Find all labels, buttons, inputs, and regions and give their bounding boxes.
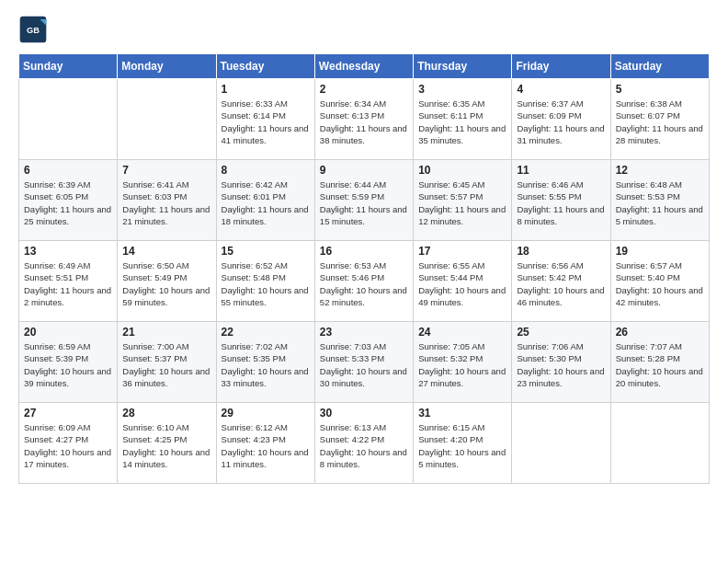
week-row-4: 20Sunrise: 6:59 AM Sunset: 5:39 PM Dayli… (19, 322, 710, 403)
day-cell: 4Sunrise: 6:37 AM Sunset: 6:09 PM Daylig… (512, 79, 610, 160)
day-number: 22 (222, 326, 310, 339)
col-header-friday: Friday (512, 54, 610, 79)
day-cell: 30Sunrise: 6:13 AM Sunset: 4:22 PM Dayli… (314, 403, 413, 484)
day-number: 11 (517, 164, 605, 177)
day-number: 18 (517, 245, 605, 258)
day-cell (19, 79, 118, 160)
col-header-saturday: Saturday (610, 54, 709, 79)
day-number: 4 (517, 83, 605, 96)
day-info: Sunrise: 6:45 AM Sunset: 5:57 PM Dayligh… (418, 178, 506, 227)
day-cell: 24Sunrise: 7:05 AM Sunset: 5:32 PM Dayli… (414, 322, 512, 403)
day-cell: 2Sunrise: 6:34 AM Sunset: 6:13 PM Daylig… (314, 79, 413, 160)
day-info: Sunrise: 6:53 AM Sunset: 5:46 PM Dayligh… (320, 259, 408, 308)
day-number: 6 (24, 164, 112, 177)
day-cell (610, 403, 709, 484)
day-cell: 1Sunrise: 6:33 AM Sunset: 6:14 PM Daylig… (216, 79, 314, 160)
day-info: Sunrise: 6:52 AM Sunset: 5:48 PM Dayligh… (222, 259, 310, 308)
day-info: Sunrise: 7:02 AM Sunset: 5:35 PM Dayligh… (222, 340, 310, 389)
col-header-tuesday: Tuesday (216, 54, 314, 79)
day-cell: 7Sunrise: 6:41 AM Sunset: 6:03 PM Daylig… (118, 160, 216, 241)
svg-text:GB: GB (27, 26, 40, 35)
header: GB (18, 15, 710, 44)
week-row-3: 13Sunrise: 6:49 AM Sunset: 5:51 PM Dayli… (19, 241, 710, 322)
day-cell: 27Sunrise: 6:09 AM Sunset: 4:27 PM Dayli… (19, 403, 118, 484)
day-cell: 9Sunrise: 6:44 AM Sunset: 5:59 PM Daylig… (314, 160, 413, 241)
day-info: Sunrise: 7:00 AM Sunset: 5:37 PM Dayligh… (122, 340, 210, 389)
day-info: Sunrise: 6:48 AM Sunset: 5:53 PM Dayligh… (616, 178, 704, 227)
day-cell: 6Sunrise: 6:39 AM Sunset: 6:05 PM Daylig… (19, 160, 118, 241)
day-cell: 5Sunrise: 6:38 AM Sunset: 6:07 PM Daylig… (610, 79, 709, 160)
day-info: Sunrise: 6:38 AM Sunset: 6:07 PM Dayligh… (616, 98, 704, 146)
day-cell: 26Sunrise: 7:07 AM Sunset: 5:28 PM Dayli… (610, 322, 709, 403)
day-number: 25 (517, 326, 605, 339)
day-number: 13 (24, 245, 112, 258)
day-number: 10 (418, 164, 506, 177)
day-number: 23 (320, 326, 408, 339)
day-number: 28 (122, 407, 210, 419)
day-info: Sunrise: 6:57 AM Sunset: 5:40 PM Dayligh… (616, 259, 704, 308)
day-cell: 8Sunrise: 6:42 AM Sunset: 6:01 PM Daylig… (216, 160, 314, 241)
day-number: 29 (222, 407, 310, 419)
day-number: 26 (616, 326, 704, 339)
day-info: Sunrise: 6:10 AM Sunset: 4:25 PM Dayligh… (122, 421, 210, 470)
day-number: 3 (418, 83, 506, 96)
header-row: SundayMondayTuesdayWednesdayThursdayFrid… (19, 54, 710, 79)
day-info: Sunrise: 6:15 AM Sunset: 4:20 PM Dayligh… (418, 421, 506, 470)
day-info: Sunrise: 6:33 AM Sunset: 6:14 PM Dayligh… (222, 98, 310, 146)
day-number: 2 (320, 83, 408, 96)
day-number: 8 (222, 164, 310, 177)
day-cell: 21Sunrise: 7:00 AM Sunset: 5:37 PM Dayli… (118, 322, 216, 403)
day-number: 31 (418, 407, 506, 419)
day-info: Sunrise: 6:59 AM Sunset: 5:39 PM Dayligh… (24, 340, 112, 389)
day-info: Sunrise: 6:35 AM Sunset: 6:11 PM Dayligh… (418, 98, 506, 146)
day-cell: 13Sunrise: 6:49 AM Sunset: 5:51 PM Dayli… (19, 241, 118, 322)
day-info: Sunrise: 6:49 AM Sunset: 5:51 PM Dayligh… (24, 259, 112, 308)
day-cell: 18Sunrise: 6:56 AM Sunset: 5:42 PM Dayli… (512, 241, 610, 322)
day-info: Sunrise: 6:42 AM Sunset: 6:01 PM Dayligh… (222, 178, 310, 227)
day-number: 24 (418, 326, 506, 339)
day-info: Sunrise: 7:06 AM Sunset: 5:30 PM Dayligh… (517, 340, 605, 389)
logo-icon: GB (18, 15, 48, 44)
day-cell: 10Sunrise: 6:45 AM Sunset: 5:57 PM Dayli… (414, 160, 512, 241)
day-info: Sunrise: 6:41 AM Sunset: 6:03 PM Dayligh… (122, 178, 210, 227)
day-number: 21 (122, 326, 210, 339)
col-header-thursday: Thursday (414, 54, 512, 79)
day-info: Sunrise: 6:55 AM Sunset: 5:44 PM Dayligh… (418, 259, 506, 308)
day-cell: 11Sunrise: 6:46 AM Sunset: 5:55 PM Dayli… (512, 160, 610, 241)
logo: GB (18, 15, 51, 44)
day-number: 16 (320, 245, 408, 258)
day-cell: 19Sunrise: 6:57 AM Sunset: 5:40 PM Dayli… (610, 241, 709, 322)
col-header-monday: Monday (118, 54, 216, 79)
day-info: Sunrise: 6:13 AM Sunset: 4:22 PM Dayligh… (320, 421, 408, 470)
day-info: Sunrise: 6:46 AM Sunset: 5:55 PM Dayligh… (517, 178, 605, 227)
day-number: 15 (222, 245, 310, 258)
calendar-table: SundayMondayTuesdayWednesdayThursdayFrid… (18, 53, 710, 484)
day-cell: 15Sunrise: 6:52 AM Sunset: 5:48 PM Dayli… (216, 241, 314, 322)
day-number: 19 (616, 245, 704, 258)
day-number: 1 (222, 83, 310, 96)
day-info: Sunrise: 7:03 AM Sunset: 5:33 PM Dayligh… (320, 340, 408, 389)
day-cell: 12Sunrise: 6:48 AM Sunset: 5:53 PM Dayli… (610, 160, 709, 241)
day-cell: 20Sunrise: 6:59 AM Sunset: 5:39 PM Dayli… (19, 322, 118, 403)
day-number: 27 (24, 407, 112, 419)
week-row-5: 27Sunrise: 6:09 AM Sunset: 4:27 PM Dayli… (19, 403, 710, 484)
day-info: Sunrise: 6:34 AM Sunset: 6:13 PM Dayligh… (320, 98, 408, 146)
day-number: 17 (418, 245, 506, 258)
day-info: Sunrise: 6:37 AM Sunset: 6:09 PM Dayligh… (517, 98, 605, 146)
week-row-2: 6Sunrise: 6:39 AM Sunset: 6:05 PM Daylig… (19, 160, 710, 241)
day-cell: 22Sunrise: 7:02 AM Sunset: 5:35 PM Dayli… (216, 322, 314, 403)
day-number: 9 (320, 164, 408, 177)
day-info: Sunrise: 6:50 AM Sunset: 5:49 PM Dayligh… (122, 259, 210, 308)
day-info: Sunrise: 6:09 AM Sunset: 4:27 PM Dayligh… (24, 421, 112, 470)
page: GB SundayMondayTuesdayWednesdayThursdayF… (0, 0, 728, 563)
day-cell: 14Sunrise: 6:50 AM Sunset: 5:49 PM Dayli… (118, 241, 216, 322)
col-header-sunday: Sunday (19, 54, 118, 79)
day-info: Sunrise: 6:39 AM Sunset: 6:05 PM Dayligh… (24, 178, 112, 227)
day-number: 7 (122, 164, 210, 177)
day-cell: 29Sunrise: 6:12 AM Sunset: 4:23 PM Dayli… (216, 403, 314, 484)
day-info: Sunrise: 6:44 AM Sunset: 5:59 PM Dayligh… (320, 178, 408, 227)
day-cell: 3Sunrise: 6:35 AM Sunset: 6:11 PM Daylig… (414, 79, 512, 160)
day-cell: 25Sunrise: 7:06 AM Sunset: 5:30 PM Dayli… (512, 322, 610, 403)
day-info: Sunrise: 7:07 AM Sunset: 5:28 PM Dayligh… (616, 340, 704, 389)
day-cell: 28Sunrise: 6:10 AM Sunset: 4:25 PM Dayli… (118, 403, 216, 484)
